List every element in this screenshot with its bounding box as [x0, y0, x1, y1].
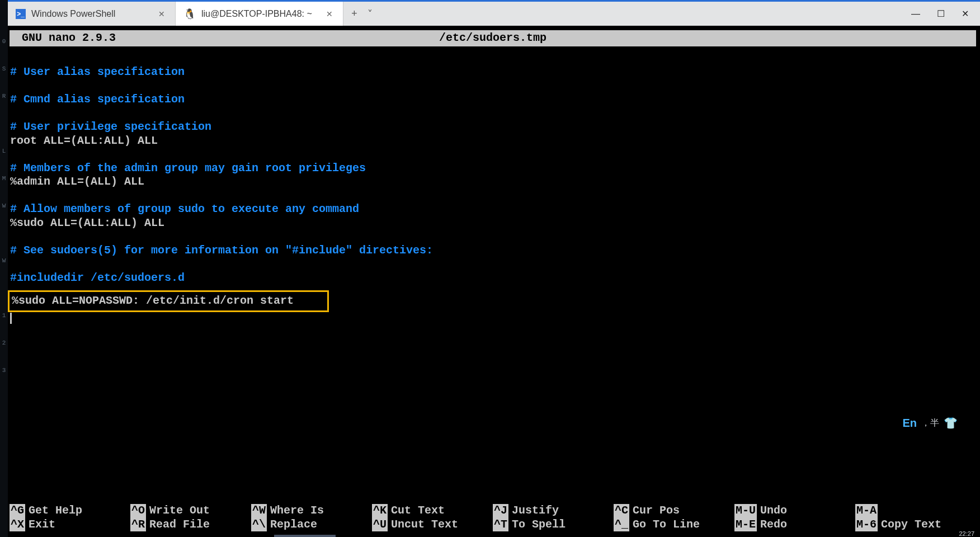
- editor-left-gutter: 0SR LM WW 12 3: [0, 0, 8, 537]
- nano-cmd[interactable]: M-ERedo: [734, 518, 855, 532]
- nano-cmd[interactable]: ^WWhere Is: [251, 504, 372, 518]
- nano-file-body[interactable]: # User alias specification # Cmnd alias …: [8, 52, 978, 326]
- nano-line: # Cmnd alias specification: [10, 93, 976, 107]
- nano-line: %sudo ALL=(ALL:ALL) ALL: [10, 216, 976, 230]
- highlight-box: %sudo ALL=NOPASSWD: /etc/init.d/cron sta…: [8, 290, 329, 312]
- nano-cmd[interactable]: ^XExit: [10, 518, 130, 532]
- close-icon[interactable]: ✕: [156, 10, 167, 18]
- tab-dropdown-button[interactable]: ˅: [368, 8, 373, 20]
- nano-cmd[interactable]: ^CCur Pos: [614, 504, 734, 518]
- tux-icon: 🐧: [183, 8, 196, 20]
- window-controls: — ☐ ✕: [900, 2, 980, 26]
- nano-line: %sudo ALL=NOPASSWD: /etc/init.d/cron sta…: [12, 294, 294, 307]
- nano-cmd[interactable]: ^OWrite Out: [130, 504, 251, 518]
- minimize-button[interactable]: —: [911, 9, 920, 19]
- new-tab-button[interactable]: +: [351, 8, 357, 20]
- nano-line: root ALL=(ALL:ALL) ALL: [10, 134, 976, 148]
- taskbar-clock: 22:27: [959, 530, 974, 537]
- nano-version: GNU nano 2.9.3: [22, 31, 116, 45]
- tab-powershell[interactable]: >_ Windows PowerShell ✕: [8, 2, 176, 26]
- nano-cmd[interactable]: ^RRead File: [130, 518, 251, 532]
- tab-actions: + ˅: [343, 2, 380, 26]
- ime-lang-icon: En: [902, 417, 917, 430]
- nano-cmd[interactable]: ^TTo Spell: [493, 518, 614, 532]
- nano-line: %admin ALL=(ALL) ALL: [10, 175, 976, 189]
- tab-title: liu@DESKTOP-IPBHA48: ~: [201, 9, 318, 19]
- taskbar-partial: [274, 535, 336, 537]
- tab-title: Windows PowerShell: [31, 9, 150, 19]
- window-title-bar: >_ Windows PowerShell ✕ 🐧 liu@DESKTOP-IP…: [8, 0, 980, 26]
- nano-cmd[interactable]: M-6Copy Text: [855, 518, 976, 532]
- nano-cmd[interactable]: ^\Replace: [251, 518, 372, 532]
- close-icon[interactable]: ✕: [324, 10, 335, 18]
- nano-line: # Members of the admin group may gain ro…: [10, 162, 976, 176]
- nano-line: #includedir /etc/sudoers.d: [10, 271, 976, 285]
- nano-line: # User alias specification: [10, 65, 976, 79]
- ime-indicator[interactable]: En ，半 👕: [902, 416, 958, 430]
- nano-cmd[interactable]: M-A: [855, 504, 976, 518]
- ime-mode: ，半: [921, 417, 939, 429]
- nano-cmd[interactable]: M-UUndo: [734, 504, 855, 518]
- nano-cmd[interactable]: ^JJustify: [493, 504, 614, 518]
- shirt-icon: 👕: [944, 416, 958, 430]
- powershell-icon: >_: [16, 9, 26, 19]
- nano-cmd[interactable]: ^KCut Text: [372, 504, 493, 518]
- nano-line: # See sudoers(5) for more information on…: [10, 244, 976, 258]
- nano-filename: /etc/sudoers.tmp: [439, 31, 546, 45]
- nano-line: # User privilege specification: [10, 120, 976, 134]
- nano-cmd[interactable]: ^_Go To Line: [614, 518, 734, 532]
- nano-line: # Allow members of group sudo to execute…: [10, 202, 976, 216]
- nano-header: GNU nano 2.9.3 /etc/sudoers.tmp: [10, 30, 976, 46]
- nano-cmd[interactable]: ^GGet Help: [10, 504, 130, 518]
- text-cursor: [10, 313, 12, 324]
- tab-linux[interactable]: 🐧 liu@DESKTOP-IPBHA48: ~ ✕: [176, 2, 343, 26]
- nano-cmd[interactable]: ^UUncut Text: [372, 518, 493, 532]
- maximize-button[interactable]: ☐: [937, 8, 945, 19]
- close-window-button[interactable]: ✕: [962, 8, 969, 19]
- terminal-area[interactable]: GNU nano 2.9.3 /etc/sudoers.tmp # User a…: [8, 26, 978, 535]
- nano-footer: ^GGet Help ^OWrite Out ^WWhere Is ^KCut …: [10, 504, 976, 531]
